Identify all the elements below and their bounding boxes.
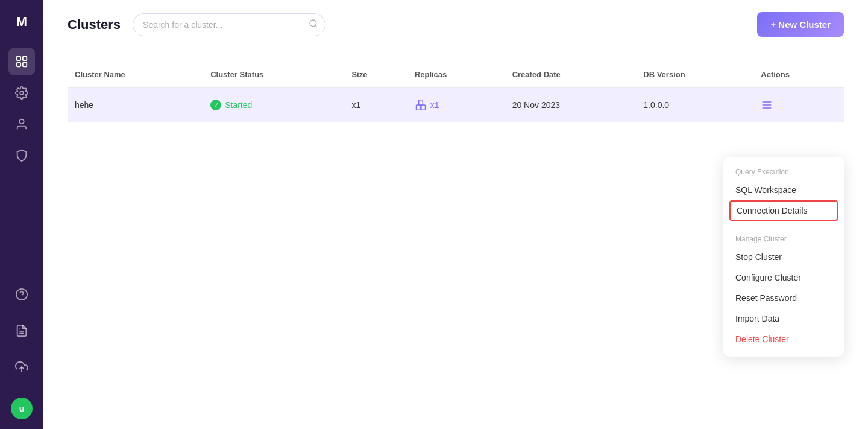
- col-header-size: Size: [344, 62, 407, 88]
- replicas-count: x1: [430, 100, 439, 110]
- sql-workspace-item[interactable]: SQL Workspace: [723, 180, 844, 200]
- status-dot-icon: [210, 100, 221, 110]
- sidebar-item-docs[interactable]: [8, 317, 35, 344]
- query-execution-label: Query Execution: [723, 164, 844, 180]
- col-header-actions: Actions: [753, 62, 844, 88]
- svg-rect-0: [17, 57, 20, 60]
- col-header-status: Cluster Status: [203, 62, 344, 88]
- table-header-row: Cluster Name Cluster Status Size Replica…: [68, 62, 844, 88]
- main-content: Clusters + New Cluster Cluster Name Clus…: [43, 0, 868, 429]
- sidebar-item-settings[interactable]: [8, 80, 35, 106]
- configure-cluster-item[interactable]: Configure Cluster: [723, 267, 844, 288]
- svg-rect-14: [416, 105, 420, 110]
- cell-db-version: 1.0.0.0: [636, 88, 753, 122]
- col-header-name: Cluster Name: [68, 62, 203, 88]
- sidebar-item-help[interactable]: [8, 281, 35, 308]
- clusters-table: Cluster Name Cluster Status Size Replica…: [68, 62, 844, 122]
- header: Clusters + New Cluster: [43, 0, 868, 49]
- col-header-replicas: Replicas: [407, 62, 505, 88]
- cell-size: x1: [344, 88, 407, 122]
- stop-cluster-item[interactable]: Stop Cluster: [723, 247, 844, 267]
- sidebar-item-users[interactable]: [8, 111, 35, 138]
- table-row: hehe Started x1: [68, 88, 844, 122]
- app-logo: M: [10, 10, 34, 34]
- svg-rect-17: [763, 104, 772, 106]
- cell-replicas: x1: [407, 88, 505, 122]
- cell-cluster-name: hehe: [68, 88, 203, 122]
- replica-icon: [415, 99, 427, 111]
- reset-password-item[interactable]: Reset Password: [723, 288, 844, 308]
- col-header-created-date: Created Date: [505, 62, 637, 88]
- delete-cluster-item[interactable]: Delete Cluster: [723, 329, 844, 349]
- actions-button[interactable]: [761, 99, 773, 111]
- svg-point-4: [20, 91, 24, 95]
- svg-rect-15: [421, 105, 426, 110]
- cell-created-date: 20 Nov 2023: [505, 88, 637, 122]
- new-cluster-button[interactable]: + New Cluster: [757, 12, 844, 37]
- svg-rect-3: [23, 63, 27, 66]
- connection-details-item[interactable]: Connection Details: [729, 200, 838, 221]
- col-header-db-version: DB Version: [636, 62, 753, 88]
- dropdown-divider: [723, 226, 844, 226]
- actions-menu-icon: [761, 99, 773, 111]
- svg-point-5: [19, 119, 24, 124]
- cell-actions: [753, 88, 844, 122]
- cell-cluster-status: Started: [203, 88, 344, 122]
- svg-line-12: [315, 25, 317, 27]
- svg-rect-2: [17, 63, 20, 66]
- replicas-cell: x1: [415, 99, 498, 111]
- sidebar-item-shield[interactable]: [8, 142, 35, 169]
- search-input[interactable]: [133, 13, 326, 36]
- sidebar-divider: [12, 390, 31, 390]
- page-title: Clusters: [68, 17, 121, 33]
- svg-rect-18: [763, 107, 772, 109]
- status-started: Started: [210, 100, 337, 110]
- avatar[interactable]: u: [11, 398, 33, 419]
- actions-dropdown: Query Execution SQL Workspace Connection…: [723, 157, 844, 357]
- svg-rect-13: [418, 100, 423, 105]
- search-icon: [309, 19, 318, 31]
- sidebar-item-upload[interactable]: [8, 354, 35, 380]
- status-label: Started: [225, 100, 252, 110]
- search-container: [133, 13, 326, 36]
- svg-rect-16: [763, 101, 772, 103]
- svg-rect-1: [23, 57, 27, 60]
- manage-cluster-label: Manage Cluster: [723, 231, 844, 247]
- import-data-item[interactable]: Import Data: [723, 308, 844, 329]
- sidebar: M: [0, 0, 43, 429]
- sidebar-item-clusters[interactable]: [8, 48, 35, 75]
- svg-point-11: [310, 20, 316, 27]
